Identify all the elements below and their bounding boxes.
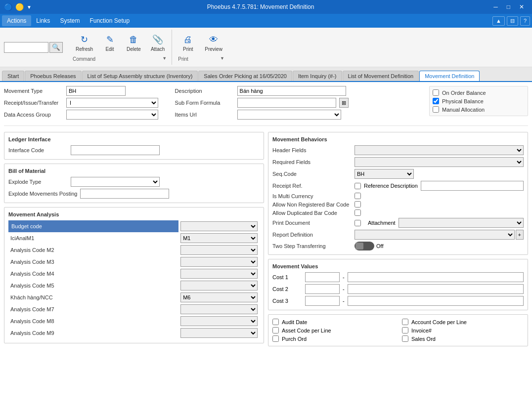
maximize-button[interactable]: □ [503, 2, 514, 11]
toggle-track[interactable] [355, 242, 374, 250]
invoice-checkbox[interactable] [402, 327, 408, 333]
account-code-label: Account Code per Line [411, 319, 467, 325]
reference-desc-label: Reference Description [364, 183, 418, 189]
audit-date-checkbox[interactable] [272, 319, 279, 325]
analysis-m7-select[interactable] [180, 304, 258, 314]
tab-item-inquiry[interactable]: Item Inquiry (#-) [293, 71, 342, 81]
asset-code-checkbox[interactable] [272, 327, 279, 333]
print-document-checkbox[interactable] [355, 220, 361, 226]
tab-start[interactable]: Start [2, 71, 24, 81]
seq-code-select[interactable]: BH [355, 169, 414, 179]
account-code-checkbox[interactable] [402, 319, 408, 325]
purch-ord-checkbox[interactable] [272, 335, 279, 342]
print-button[interactable]: 🖨 Print [178, 32, 198, 54]
analysis-m8-label: Analysis Code M8 [8, 315, 178, 327]
interface-code-input[interactable] [71, 145, 160, 155]
minimize-button[interactable]: ─ [489, 2, 502, 11]
menu-links[interactable]: Links [31, 15, 55, 26]
description-input[interactable] [237, 86, 346, 96]
preview-button[interactable]: 👁 Preview [202, 32, 225, 54]
explode-movements-input[interactable] [80, 189, 169, 199]
multi-currency-checkbox[interactable] [355, 193, 361, 199]
close-button[interactable]: ✕ [515, 2, 528, 11]
menu-function-setup[interactable]: Function Setup [85, 15, 134, 26]
khach-hang-select[interactable]: M6 [180, 292, 258, 302]
report-select[interactable] [355, 230, 515, 240]
analysis-m5-label: Analysis Code M5 [8, 280, 178, 291]
explode-type-select[interactable] [71, 177, 160, 187]
analysis-m4-select[interactable] [180, 269, 258, 279]
tab-movement-def[interactable]: Movement Definition [419, 71, 480, 81]
search-input[interactable] [4, 42, 48, 53]
data-access-select[interactable] [66, 110, 158, 120]
command-expand[interactable]: ▼ [161, 55, 168, 62]
refresh-button[interactable]: ↻ Refresh [73, 32, 96, 54]
cost2-input-left[interactable] [305, 284, 340, 294]
menu-actions[interactable]: Actions [2, 15, 31, 26]
report-row: + [355, 230, 524, 240]
analysis-m9-select[interactable] [180, 328, 258, 338]
cost3-input-left[interactable] [305, 296, 340, 306]
movement-type-input[interactable]: BH [66, 86, 126, 96]
nav-window-button[interactable]: ⊟ [507, 16, 518, 26]
analysis-m8-select[interactable] [180, 316, 258, 326]
physical-balance-checkbox[interactable] [433, 98, 439, 104]
items-url-select[interactable] [237, 110, 341, 120]
analysis-row-1: IciAnalM1 M1 [8, 232, 260, 244]
khach-hang-label: Khách hàng/NCC [8, 291, 178, 303]
analysis-m5-select[interactable] [180, 281, 258, 291]
print-expand[interactable]: ▼ [219, 55, 225, 62]
receipt-ref-checkbox[interactable] [355, 183, 361, 189]
allow-duplicated-checkbox[interactable] [355, 209, 361, 216]
analysis-row-5: Analysis Code M5 [8, 280, 260, 291]
tab-sales-order[interactable]: Sales Order Picking at 16/05/2020 [198, 71, 292, 81]
cost3-input-right[interactable] [348, 296, 524, 306]
sales-ord-checkbox[interactable] [402, 335, 408, 342]
tab-list-assembly[interactable]: List of Setup Assembly structure (Invent… [82, 71, 198, 81]
values-grid: Cost 1 - Cost 2 - Cost 3 - [272, 272, 524, 306]
header-fields-select[interactable] [355, 145, 524, 155]
menu-bar-right: ▲ ⊟ ? [492, 16, 530, 26]
icianalm1-select[interactable]: M1 [180, 233, 258, 243]
bom-title: Bill of Material [8, 168, 260, 174]
analysis-row-3: Analysis Code M3 [8, 256, 260, 268]
analysis-m2-select[interactable] [180, 245, 258, 255]
cost3-label: Cost 3 [272, 298, 302, 304]
nav-help-button[interactable]: ? [520, 16, 530, 26]
reference-desc-input[interactable] [421, 181, 524, 191]
two-step-toggle[interactable]: Off [355, 242, 383, 250]
two-step-label: Two Step Transferring [272, 243, 352, 249]
attachment-select[interactable] [399, 218, 524, 228]
analysis-m4-label: Analysis Code M4 [8, 268, 178, 280]
header-fields-row: Header Fields [272, 145, 524, 155]
print-document-label: Print Document [272, 220, 352, 226]
analysis-m3-select[interactable] [180, 257, 258, 267]
edit-button[interactable]: ✎ Edit [100, 32, 120, 54]
search-button[interactable]: 🔍 [49, 42, 63, 53]
sub-form-button[interactable]: ⊞ [339, 98, 349, 108]
sub-form-input[interactable] [237, 98, 336, 108]
tab-phoebus-releases[interactable]: Phoebus Releases [25, 71, 81, 81]
cost3-row: Cost 3 - [272, 296, 524, 306]
asset-code-row: Asset Code per Line [272, 327, 394, 333]
cost2-input-right[interactable] [348, 284, 524, 294]
required-fields-select[interactable] [355, 157, 524, 167]
allow-non-registered-checkbox[interactable] [355, 201, 361, 208]
on-order-balance-checkbox[interactable] [433, 89, 439, 96]
multi-currency-row: Is Multi Currency [272, 193, 524, 199]
delete-button[interactable]: 🗑 Delete [124, 32, 144, 54]
menu-system[interactable]: System [55, 15, 85, 26]
tab-list-movement[interactable]: List of Movement Definition [343, 71, 419, 81]
cost1-input-right[interactable] [348, 272, 524, 282]
on-order-balance-label: On Order Balance [442, 90, 486, 96]
analysis-title: Movement Analysis [8, 211, 260, 217]
manual-allocation-checkbox[interactable] [433, 106, 439, 113]
receipt-select[interactable]: I [66, 98, 158, 108]
nav-up-button[interactable]: ▲ [492, 16, 505, 26]
budget-code-select[interactable] [180, 221, 258, 231]
right-panel: Movement Behaviors Header Fields Require… [268, 132, 528, 346]
attach-button[interactable]: 📎 Attach [148, 32, 168, 54]
report-add-button[interactable]: + [516, 230, 524, 240]
values-title: Movement Values [272, 263, 524, 269]
cost1-input-left[interactable] [305, 272, 340, 282]
